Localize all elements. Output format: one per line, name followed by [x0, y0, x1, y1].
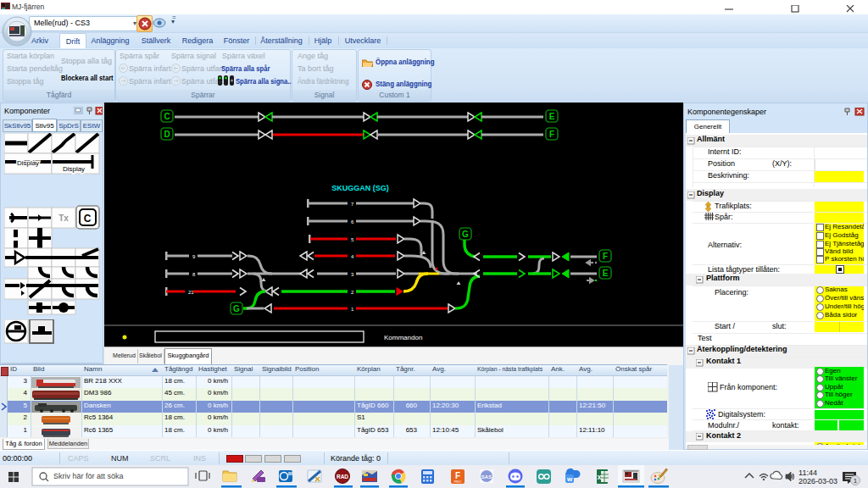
- svg-text:11:44: 11:44: [798, 469, 817, 477]
- svg-text:G: G: [462, 230, 469, 239]
- svg-text:Skriv här för att söka: Skriv här för att söka: [53, 472, 124, 480]
- svg-text:Kommandon: Kommandon: [384, 334, 422, 341]
- svg-text:1: 1: [854, 477, 858, 485]
- svg-text:F: F: [549, 130, 554, 139]
- svg-text:2026-03-03: 2026-03-03: [798, 477, 837, 485]
- svg-text:PRO: PRO: [454, 480, 462, 484]
- svg-text:D: D: [164, 130, 170, 139]
- svg-text:Display: Display: [17, 159, 39, 167]
- svg-text:C: C: [84, 213, 92, 225]
- svg-text:SKUGGAN (SG): SKUGGAN (SG): [331, 184, 389, 192]
- svg-text:E: E: [549, 112, 555, 121]
- svg-text:Tx: Tx: [58, 214, 69, 223]
- svg-text:Display: Display: [63, 165, 85, 173]
- svg-text:C: C: [164, 112, 170, 121]
- svg-text:E: E: [603, 269, 609, 278]
- svg-text:RAD: RAD: [337, 474, 348, 480]
- svg-text:G: G: [233, 304, 240, 313]
- svg-text:x: x: [597, 473, 601, 481]
- svg-text:F: F: [603, 252, 608, 261]
- svg-text:w: w: [566, 475, 573, 483]
- svg-text:SAS: SAS: [481, 474, 492, 480]
- svg-text:21: 21: [188, 290, 194, 295]
